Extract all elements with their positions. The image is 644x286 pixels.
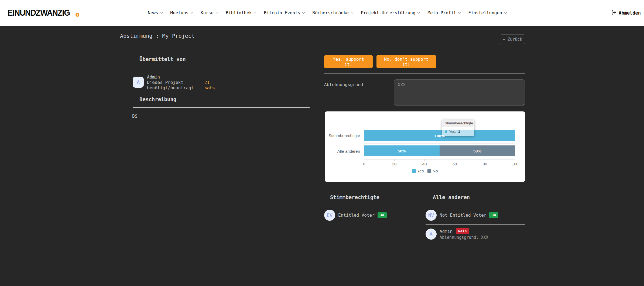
nav-item-meetups[interactable]: Meetups [170,10,193,15]
voter-row-entitled-voter: EV Entitled Voter Ja [324,210,387,221]
axis-tick-label: 100 [512,162,518,166]
submitted-by-info: Admin Dieses Projekt benötigt/beantragt [147,74,194,91]
axis-tick [485,159,485,161]
chart-category-label: Stimmberechtigte [327,133,360,138]
nav-item-label: Meetups [170,10,189,15]
logout-label: Abmelden [619,10,641,16]
nav-menu: News Meetups Kurse Bibliothek Bitcoin Ev… [148,0,507,26]
avatar-not-entitled-voter: NV [426,210,437,221]
axis-tick-label: 80 [483,162,487,166]
avatar-entitled-voter: EV [324,210,335,221]
legend-swatch-yes [412,169,416,173]
avatar-admin-voter: A [426,229,437,240]
back-arrow-icon: ← [503,37,506,42]
legend-item-no[interactable]: No [427,169,438,173]
brand-logo-dot-icon: 0 [76,13,79,17]
bar-row-alle-anderen: 50% 50% [364,145,515,156]
vote-no-button[interactable]: No, don't support it! [376,55,436,68]
axis-tick [364,159,364,161]
nav-item-bibliothek[interactable]: Bibliothek [226,10,256,15]
axis-tick-label: 40 [422,162,427,166]
vote-badge-ja: Ja [378,212,387,218]
back-button-label: Zurück [508,37,522,42]
divider [426,224,525,225]
tooltip-series-dot-icon [445,130,447,133]
chevron-down-icon [302,12,305,14]
bar-row-stimmberechtigte: 100% [364,130,515,141]
chart-legend: Yes No [325,169,525,173]
divider [133,67,310,67]
amount-unit: sats [204,85,215,91]
brand-logo-text: EINUNDZWANZIG [8,8,70,18]
chevron-down-icon [190,12,193,14]
logout-button[interactable]: Abmelden [611,0,641,26]
legend-label: Yes [417,169,424,173]
nav-item-projekt-unterstuetzung[interactable]: Projekt-Unterstützung [361,10,420,15]
bar-segment-yes[interactable]: 50% [364,145,440,156]
back-button[interactable]: ← Zurück [500,34,525,44]
nav-item-kurse[interactable]: Kurse [201,10,218,15]
bar-segment-no[interactable]: 50% [440,145,515,156]
vote-badge-nein: Nein [456,228,469,234]
reason-textarea[interactable]: XXX [394,79,525,106]
logout-icon [611,10,616,16]
nav-item-label: News [148,10,158,15]
chevron-down-icon [417,12,420,14]
entitled-voters-heading: Stimmberechtigte [330,194,379,200]
chart-x-axis-line [364,159,515,159]
vote-badge-ja: Ja [489,212,498,218]
requested-amount: 21 sats [204,80,215,91]
nav-item-label: Bitcoin Events [264,10,300,15]
tooltip-series-label: Yes: [449,130,456,134]
reason-field-wrap: XXX [394,79,525,106]
avatar-admin: A [133,77,144,88]
chart-category-label: Alle anderen [327,149,360,154]
submitted-by-heading: Übermittelt von [139,56,186,62]
nav-item-bitcoin-events[interactable]: Bitcoin Events [264,10,305,15]
chevron-down-icon [160,12,163,14]
axis-tick [424,159,425,161]
other-voters-heading: Alle anderen [433,194,470,200]
page-title: Abstimmung : My Project [120,33,195,39]
bar-segment-yes[interactable]: 100% [364,130,515,141]
nav-item-label: Einstellungen [468,10,502,15]
tooltip-value: 1 [458,130,460,134]
voter-row-not-entitled-voter: NV Not Entitled Voter Ja [426,210,498,221]
voter-name: Not Entitled Voter [440,213,486,218]
chart-gridline [364,128,515,128]
chart-gridline [364,143,515,144]
axis-tick-label: 20 [392,162,397,166]
axis-tick-label: 60 [453,162,457,166]
tooltip-body: Yes: 1 [442,127,474,136]
description-text: BS [132,114,137,119]
nav-item-einstellungen[interactable]: Einstellungen [468,10,507,15]
vote-yes-button[interactable]: Yes, support it! [324,55,373,68]
amount-value: 21 [204,80,215,85]
reason-label: Ablehnungsgrund [324,82,363,87]
brand-logo[interactable]: EINUNDZWANZIG 0 [8,0,79,26]
chevron-down-icon [215,12,218,14]
divider [324,205,525,205]
chevron-down-icon [504,12,507,14]
admin-vote-details: Admin Nein Ablehnungsgrund: XXX [440,228,488,240]
submitter-line3: benötigt/beantragt [147,85,194,91]
axis-tick [515,159,515,161]
legend-swatch-no [427,169,431,173]
vote-result-chart-card: Stimmberechtigte Alle anderen 100% 50% 5… [325,111,525,182]
nav-item-buecherschraenke[interactable]: Bücherschränke [312,10,354,15]
divider [133,107,310,108]
nav-item-label: Kurse [201,10,214,15]
axis-tick-label: 0 [363,162,365,166]
divider [324,73,525,74]
nav-item-news[interactable]: News [148,10,163,15]
nav-item-label: Mein Profil [427,10,456,15]
axis-tick [394,159,395,161]
nav-item-label: Projekt-Unterstützung [361,10,415,15]
nav-item-mein-profil[interactable]: Mein Profil [427,10,461,15]
voter-row-admin: A Admin Nein Ablehnungsgrund: XXX [426,228,488,240]
legend-item-yes[interactable]: Yes [412,169,424,173]
description-heading: Beschreibung [139,96,176,102]
nav-item-label: Bibliothek [226,10,252,15]
legend-label: No [433,169,438,173]
voter-name: Entitled Voter [338,213,375,218]
